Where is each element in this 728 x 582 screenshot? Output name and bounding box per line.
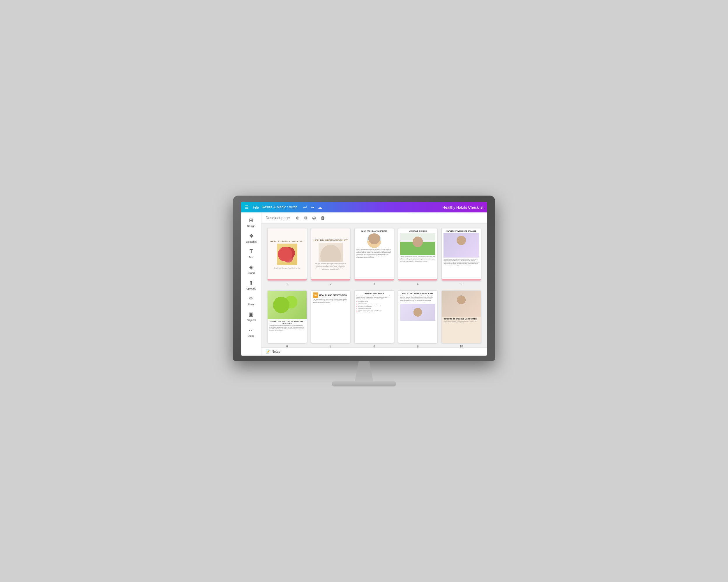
page-card-6[interactable]: GETTING THE BEST OUT OF YOUR DAILY ROUTI… [267, 290, 307, 343]
page-number-7: 7 [330, 345, 332, 348]
monitor-wrapper: ☰ File Resize & Magic Switch ↩ ↪ ☁ Healt… [233, 196, 495, 386]
page-card-1[interactable]: HEALTHY HABITS CHECKLIST Simple Life Cha… [267, 228, 307, 281]
page-6-title: GETTING THE BEST OUT OF YOUR DAILY ROUTI… [269, 321, 305, 324]
pages-row-1: HEALTHY HABITS CHECKLIST Simple Life Cha… [267, 228, 481, 286]
sleep-illustration [400, 304, 436, 321]
page-7-text: Your health is one of the most important… [313, 299, 348, 303]
page-item-10: BENEFITS OF DRINKING MORE WATER One of t… [441, 290, 481, 348]
monitor-stand-base [332, 381, 396, 386]
page-number-4: 4 [417, 282, 419, 286]
page-number-6: 6 [286, 345, 288, 348]
page-10-text: One of the best lifestyles choices you c… [443, 321, 479, 323]
monitor-stand-neck [351, 361, 377, 381]
pages-grid: HEALTHY HABITS CHECKLIST Simple Life Cha… [261, 223, 487, 348]
bowl-illustration [318, 243, 342, 261]
page-1-title: HEALTHY HABITS CHECKLIST [270, 240, 304, 242]
page-number-9: 9 [417, 345, 419, 348]
add-page-btn[interactable]: ⊕ [295, 215, 301, 221]
resize-magic-switch-btn[interactable]: Resize & Magic Switch [262, 205, 297, 209]
sidebar-item-apps[interactable]: ⋯ Apps [241, 325, 261, 339]
sidebar-item-draw-label: Draw [248, 303, 254, 306]
page-card-2[interactable]: HEALTHY HABITS CHECKLIST Life offers us … [311, 228, 350, 281]
sidebar-item-design[interactable]: ⊞ Design [241, 215, 261, 229]
page-number-3: 3 [373, 282, 375, 286]
document-title: Healthy Habits Checklist [442, 205, 484, 210]
main-layout: ⊞ Design ❖ Elements T Text ◈ Brand [241, 213, 487, 356]
screen: ☰ File Resize & Magic Switch ↩ ↪ ☁ Healt… [241, 202, 487, 356]
page-4-image [400, 233, 436, 255]
page-6-inner: GETTING THE BEST OUT OF YOUR DAILY ROUTI… [268, 291, 307, 343]
page-1-image [277, 244, 297, 265]
page-card-8[interactable]: HEALTHY DIET HACKS Your eating habits pl… [355, 290, 394, 343]
page-item-1: HEALTHY HABITS CHECKLIST Simple Life Cha… [267, 228, 307, 286]
sidebar-item-text-label: Text [249, 256, 254, 259]
delete-page-btn[interactable]: 🗑 [320, 215, 326, 221]
page-number-1: 1 [286, 282, 288, 286]
projects-icon: ▣ [249, 311, 254, 317]
person-illustration [367, 233, 382, 248]
top-bar-actions: ↩ ↪ ☁ [303, 204, 322, 210]
page-4-title: LIFESTYLE CHOICES [400, 230, 436, 232]
notes-label[interactable]: Notes [272, 350, 280, 353]
sidebar-item-brand[interactable]: ◈ Brand [241, 261, 261, 276]
page-7-badge: HEALTHY TIPS [313, 293, 318, 298]
page-3-title: WHAT ARE HEALTHY HABITS? [357, 230, 392, 232]
page-item-7: HEALTHY TIPS HEALTH AND FITNESS TIPS You… [311, 290, 350, 348]
deselect-page-label: Deselect page [266, 216, 290, 220]
cloud-save-btn[interactable]: ☁ [318, 204, 322, 210]
sidebar-item-text[interactable]: T Text [241, 246, 261, 260]
top-bar: ☰ File Resize & Magic Switch ↩ ↪ ☁ Healt… [241, 202, 487, 213]
water-illustration [442, 291, 481, 316]
page-9-inner: HOW TO GET MORE QUALITY SLEEP It's diffi… [398, 291, 437, 343]
page-toolbar: Deselect page ⊕ ⧉ ◎ 🗑 [261, 213, 487, 223]
page-card-4[interactable]: LIFESTYLE CHOICES Lifestyle choices are … [398, 228, 438, 281]
page-item-4: LIFESTYLE CHOICES Lifestyle choices are … [398, 228, 438, 286]
file-menu[interactable]: File [253, 205, 259, 210]
page-card-5[interactable]: QUALITY OF WORK-LIFE BALANCE Beautiful b… [441, 228, 481, 281]
page-3-inner: WHAT ARE HEALTHY HABITS? Healthy habits … [355, 228, 394, 280]
page-10-image [442, 291, 481, 316]
page-number-5: 5 [460, 282, 462, 286]
sidebar-item-design-label: Design [247, 225, 255, 227]
hamburger-icon[interactable]: ☰ [244, 204, 249, 210]
page-number-2: 2 [330, 282, 332, 286]
page-2-text: Life offers us multiple opportunities to… [314, 263, 348, 270]
page-9-title: HOW TO GET MORE QUALITY SLEEP [400, 293, 436, 294]
page-2-image [318, 243, 342, 261]
page-card-3[interactable]: WHAT ARE HEALTHY HABITS? Healthy habits … [355, 228, 394, 281]
content-area: Deselect page ⊕ ⧉ ◎ 🗑 [261, 213, 487, 356]
page-6-text: Your daily routines combine with a speci… [269, 325, 305, 331]
page-7-header: HEALTHY TIPS HEALTH AND FITNESS TIPS [313, 293, 348, 298]
resize-label: Resize & Magic Switch [262, 205, 297, 209]
page-8-text: Your eating habits plays a crucial role … [357, 295, 392, 300]
page-card-9[interactable]: HOW TO GET MORE QUALITY SLEEP It's diffi… [398, 290, 438, 343]
sidebar: ⊞ Design ❖ Elements T Text ◈ Brand [241, 213, 261, 356]
page-1-bar [268, 279, 307, 280]
page-4-text: Lifestyle choices are the personal and c… [400, 256, 436, 262]
sidebar-item-elements[interactable]: ❖ Elements [241, 230, 261, 245]
brand-icon: ◈ [249, 264, 253, 270]
undo-btn[interactable]: ↩ [303, 204, 307, 210]
page-8-list: Reduce your meals Drink more water Limit… [357, 301, 392, 313]
sidebar-item-apps-label: Apps [248, 334, 254, 337]
text-icon: T [250, 249, 253, 255]
page-7-inner: HEALTHY TIPS HEALTH AND FITNESS TIPS You… [311, 291, 350, 343]
page-card-10[interactable]: BENEFITS OF DRINKING MORE WATER One of t… [441, 290, 481, 343]
elements-icon: ❖ [249, 233, 254, 239]
page-1-inner: HEALTHY HABITS CHECKLIST Simple Life Cha… [268, 228, 307, 280]
page-9-text: It's difficult to have a good day when y… [400, 295, 436, 303]
sidebar-item-draw[interactable]: ✏ Draw [241, 293, 261, 308]
hide-page-btn[interactable]: ◎ [311, 215, 317, 221]
sidebar-item-uploads[interactable]: ⬆ Uploads [241, 277, 261, 292]
page-item-6: GETTING THE BEST OUT OF YOUR DAILY ROUTI… [267, 290, 307, 348]
copy-page-btn[interactable]: ⧉ [304, 215, 308, 221]
page-5-image [443, 233, 479, 257]
page-card-7[interactable]: HEALTHY TIPS HEALTH AND FITNESS TIPS You… [311, 290, 350, 343]
page-2-inner: HEALTHY HABITS CHECKLIST Life offers us … [311, 228, 350, 280]
page-2-title: HEALTHY HABITS CHECKLIST [314, 239, 348, 242]
page-5-title: QUALITY OF WORK-LIFE BALANCE [443, 230, 479, 232]
redo-btn[interactable]: ↪ [310, 204, 314, 210]
page-7-title: HEALTH AND FITNESS TIPS [319, 294, 347, 296]
monitor-bezel: ☰ File Resize & Magic Switch ↩ ↪ ☁ Healt… [233, 196, 495, 361]
sidebar-item-projects[interactable]: ▣ Projects [241, 309, 261, 323]
